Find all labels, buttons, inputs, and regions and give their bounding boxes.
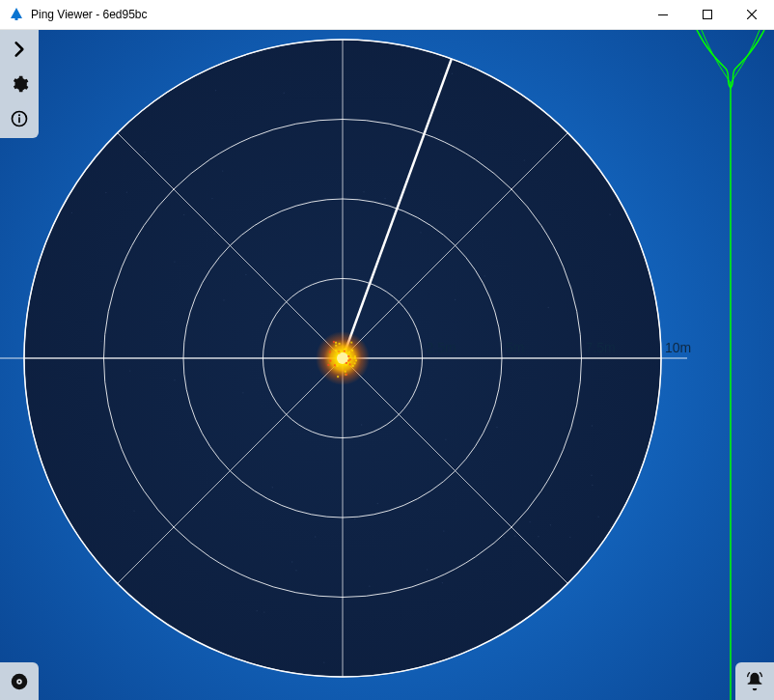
svg-point-27 <box>427 569 428 570</box>
svg-point-21 <box>242 392 243 393</box>
svg-point-13 <box>257 610 258 611</box>
notifications-button[interactable] <box>735 662 774 700</box>
svg-rect-127 <box>18 117 20 123</box>
svg-rect-86 <box>335 342 337 344</box>
info-icon <box>10 109 29 128</box>
svg-point-35 <box>283 93 284 94</box>
svg-point-16 <box>323 661 324 662</box>
svg-rect-119 <box>354 362 356 364</box>
svg-rect-100 <box>327 364 329 366</box>
info-button[interactable] <box>6 105 33 132</box>
svg-rect-114 <box>352 365 354 367</box>
svg-point-45 <box>569 537 570 538</box>
svg-point-10 <box>213 233 214 234</box>
svg-point-65 <box>484 275 485 276</box>
svg-point-20 <box>570 285 571 286</box>
svg-point-31 <box>384 198 385 199</box>
svg-rect-93 <box>334 364 336 366</box>
svg-point-50 <box>71 212 72 213</box>
svg-rect-94 <box>335 345 337 347</box>
svg-point-47 <box>452 73 453 74</box>
svg-point-11 <box>610 526 611 527</box>
svg-rect-109 <box>345 348 346 350</box>
svg-point-58 <box>129 370 130 371</box>
svg-point-57 <box>105 192 106 193</box>
svg-rect-108 <box>335 350 337 351</box>
disk-button[interactable] <box>0 662 39 700</box>
svg-point-34 <box>524 159 525 160</box>
svg-rect-85 <box>348 351 350 353</box>
app-icon <box>8 6 25 23</box>
window-minimize-button[interactable] <box>641 0 685 29</box>
svg-point-32 <box>291 561 292 562</box>
svg-point-38 <box>245 274 246 275</box>
svg-point-8 <box>100 341 101 342</box>
svg-point-52 <box>377 503 378 504</box>
svg-rect-88 <box>333 341 335 343</box>
svg-point-66 <box>174 261 175 262</box>
svg-point-17 <box>315 536 316 537</box>
window-maximize-button[interactable] <box>685 0 730 29</box>
svg-rect-118 <box>346 362 347 364</box>
svg-rect-90 <box>345 371 346 373</box>
sonar-plot[interactable]: 2.5m5m7.5m10m <box>0 30 774 700</box>
svg-point-30 <box>597 517 598 518</box>
svg-point-63 <box>363 191 364 192</box>
svg-rect-120 <box>338 352 340 354</box>
svg-point-26 <box>592 485 593 486</box>
sonar-group: 2.5m5m7.5m10m <box>0 30 691 700</box>
svg-point-55 <box>529 521 530 522</box>
main-content: 2.5m5m7.5m10m <box>0 30 774 700</box>
svg-point-42 <box>445 438 446 439</box>
svg-rect-110 <box>347 360 349 362</box>
window-close-button[interactable] <box>730 0 774 29</box>
svg-point-9 <box>272 487 273 488</box>
range-label: 7.5m <box>586 340 616 355</box>
svg-point-18 <box>144 152 145 153</box>
svg-rect-117 <box>329 360 331 362</box>
svg-rect-122 <box>337 365 339 367</box>
svg-rect-121 <box>329 351 331 353</box>
svg-rect-116 <box>354 357 356 359</box>
svg-point-28 <box>222 170 223 171</box>
window-titlebar: Ping Viewer - 6ed95bc <box>0 0 774 30</box>
svg-point-51 <box>263 611 264 612</box>
expand-button[interactable] <box>6 36 33 63</box>
range-label: 5m <box>506 340 524 355</box>
bell-icon <box>744 671 765 692</box>
svg-point-33 <box>354 518 355 519</box>
svg-point-54 <box>133 510 134 511</box>
svg-point-22 <box>548 307 549 308</box>
range-label: 2.5m <box>427 340 456 355</box>
svg-rect-97 <box>350 342 352 344</box>
svg-point-25 <box>211 198 212 199</box>
svg-point-14 <box>369 585 370 586</box>
svg-rect-112 <box>347 355 349 357</box>
left-toolbar <box>0 30 39 138</box>
svg-point-29 <box>183 214 184 215</box>
svg-point-15 <box>592 425 593 426</box>
waterfall-panel <box>687 30 774 700</box>
window-title: Ping Viewer - 6ed95bc <box>31 8 148 21</box>
svg-rect-124 <box>355 359 357 361</box>
svg-point-49 <box>215 90 216 91</box>
svg-point-41 <box>538 536 539 537</box>
svg-rect-123 <box>351 350 353 351</box>
svg-rect-1 <box>15 18 18 20</box>
svg-point-43 <box>443 530 444 531</box>
svg-point-40 <box>609 213 610 214</box>
svg-marker-0 <box>11 8 22 18</box>
svg-point-56 <box>550 524 551 525</box>
chevron-right-icon <box>10 40 29 59</box>
svg-point-36 <box>361 424 362 425</box>
svg-point-128 <box>18 114 20 116</box>
svg-point-60 <box>223 299 224 300</box>
svg-rect-113 <box>346 374 347 376</box>
svg-point-53 <box>514 535 515 536</box>
settings-button[interactable] <box>6 70 33 98</box>
svg-point-62 <box>496 427 497 428</box>
svg-rect-3 <box>704 11 712 19</box>
svg-point-48 <box>504 537 505 538</box>
svg-point-23 <box>440 73 441 74</box>
svg-point-64 <box>126 191 127 192</box>
